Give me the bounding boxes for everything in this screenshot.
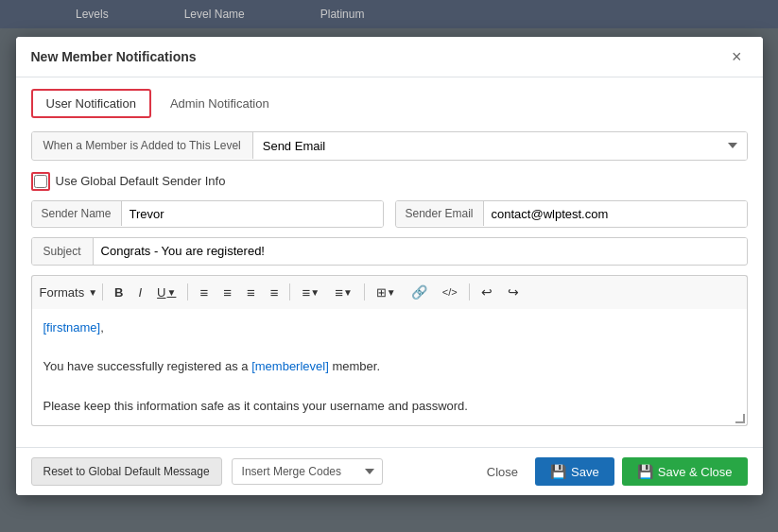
align-center-button[interactable]: ≡: [216, 281, 238, 304]
align-justify-button[interactable]: ≡: [264, 281, 285, 304]
toolbar-sep-1: [102, 283, 103, 300]
sender-email-field: Sender Email: [395, 200, 748, 228]
editor-line-2: [43, 337, 735, 357]
when-added-label: When a Member is Added to This Level: [32, 132, 253, 159]
reset-button[interactable]: Reset to Global Default Message: [31, 457, 222, 486]
ul-chevron: ▼: [343, 287, 353, 298]
insert-merge-codes-select[interactable]: Insert Merge Codes: [232, 458, 383, 485]
undo-button[interactable]: ↩: [475, 281, 499, 303]
code-button[interactable]: </>: [436, 283, 464, 301]
unordered-list-button[interactable]: ≡ ▼: [328, 281, 359, 304]
bold-button[interactable]: B: [108, 282, 130, 303]
modal-close-button[interactable]: ×: [726, 46, 748, 67]
global-default-label: Use Global Default Sender Info: [56, 174, 226, 188]
editor-line-1: [firstname],: [43, 318, 735, 338]
ordered-list-button[interactable]: ≡ ▼: [295, 281, 326, 304]
editor-line-4: [43, 377, 735, 397]
tabs-container: User Notification Admin Notification: [31, 89, 748, 118]
table-button[interactable]: ⊞ ▼: [370, 282, 403, 303]
tab-user-notification[interactable]: User Notification: [31, 89, 151, 118]
subject-field: Subject: [31, 237, 748, 266]
table-chevron: ▼: [387, 287, 396, 298]
sender-name-label: Sender Name: [32, 201, 122, 226]
toolbar-sep-4: [364, 283, 365, 300]
formats-dropdown[interactable]: Formats ▼: [40, 285, 98, 300]
use-global-default-checkbox[interactable]: [34, 175, 47, 188]
save-close-icon: 💾: [637, 464, 653, 479]
tab-admin-notification[interactable]: Admin Notification: [155, 89, 285, 118]
formats-chevron: ▼: [88, 287, 97, 298]
global-default-row: Use Global Default Sender Info: [31, 172, 748, 191]
toolbar-sep-3: [289, 283, 290, 300]
sender-row: Sender Name Sender Email: [31, 200, 748, 228]
subject-label: Subject: [32, 238, 94, 265]
align-right-button[interactable]: ≡: [240, 281, 262, 304]
modal-title: New Member Notifications: [31, 49, 197, 64]
modal-dialog: New Member Notifications × User Notifica…: [16, 37, 763, 496]
italic-button[interactable]: I: [131, 282, 148, 303]
checkbox-outline: [31, 172, 50, 191]
sender-name-field: Sender Name: [31, 200, 384, 228]
editor-line-3: You have successfully registered as a [m…: [43, 357, 735, 377]
modal-header: New Member Notifications ×: [16, 37, 763, 77]
redo-button[interactable]: ↪: [501, 281, 526, 303]
footer-left: Reset to Global Default Message Insert M…: [31, 457, 383, 486]
save-close-button[interactable]: 💾 Save & Close: [622, 457, 748, 486]
save-icon: 💾: [550, 464, 566, 479]
resize-handle[interactable]: [735, 414, 745, 423]
sender-name-input[interactable]: [122, 201, 383, 227]
when-added-row: When a Member is Added to This Level Sen…: [31, 131, 748, 161]
modal-footer: Reset to Global Default Message Insert M…: [16, 447, 763, 495]
editor-area[interactable]: [firstname], You have successfully regis…: [31, 309, 748, 427]
toolbar-sep-2: [187, 283, 188, 300]
sender-email-input[interactable]: [484, 201, 747, 227]
close-button[interactable]: Close: [477, 458, 527, 486]
sender-email-label: Sender Email: [396, 201, 484, 226]
editor-toolbar: Formats ▼ B I U ▼ ≡ ≡ ≡ ≡ ≡ ▼: [31, 275, 748, 309]
underline-button[interactable]: U ▼: [150, 282, 182, 303]
subject-input[interactable]: [94, 238, 747, 264]
footer-right: Close 💾 Save 💾 Save & Close: [477, 457, 748, 486]
modal-body: User Notification Admin Notification Whe…: [16, 77, 763, 438]
save-button[interactable]: 💾 Save: [535, 457, 614, 486]
when-added-select[interactable]: Send Email Do Nothing: [253, 132, 747, 160]
modal-overlay: Levels Level Name Platinum New Member No…: [0, 0, 778, 532]
bg-table-header: Levels Level Name Platinum: [0, 0, 778, 28]
align-left-button[interactable]: ≡: [193, 281, 215, 304]
editor-line-5: Please keep this information safe as it …: [43, 397, 735, 417]
toolbar-sep-5: [469, 283, 470, 300]
ol-chevron: ▼: [310, 287, 320, 298]
link-button[interactable]: 🔗: [405, 281, 434, 303]
underline-chevron: ▼: [166, 287, 176, 298]
